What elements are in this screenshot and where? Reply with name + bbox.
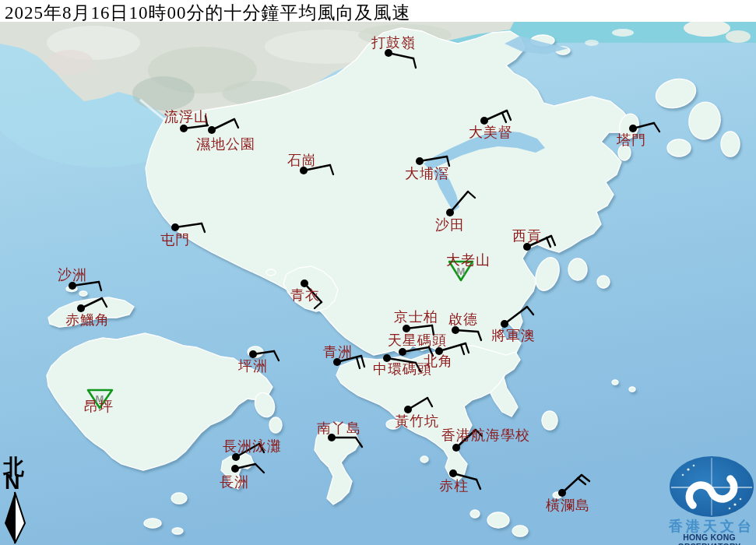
wind-barb — [171, 223, 205, 232]
station-dot — [208, 126, 216, 134]
station-label: 京士柏 — [394, 310, 438, 325]
station-label: 大老山 — [446, 253, 491, 268]
station-dot — [171, 223, 179, 231]
wind-barb — [416, 156, 449, 166]
station-dot — [232, 453, 240, 461]
station-label: 沙洲 — [58, 268, 87, 283]
station-dot — [249, 350, 257, 358]
station-label: 天星碼頭 — [388, 333, 447, 348]
station-dot — [399, 348, 406, 356]
station-dot — [480, 117, 488, 125]
wind-barb-layer: MM — [0, 0, 756, 545]
station-dot — [403, 325, 410, 332]
station-dot — [523, 243, 531, 251]
station-label: 屯門 — [160, 233, 190, 248]
wind-barb — [231, 464, 264, 473]
station-dot — [231, 465, 239, 473]
station-dot — [416, 157, 424, 165]
wind-barb — [69, 282, 101, 290]
station-label: 石崗 — [287, 153, 317, 168]
wind-barb — [446, 192, 475, 216]
wind-barb — [208, 119, 238, 134]
station-dot — [452, 444, 460, 452]
station-label: 長洲泳灘 — [223, 439, 282, 454]
station-label: 青衣 — [290, 288, 320, 303]
station-label: 赤柱 — [439, 479, 469, 494]
station-label: 南丫島 — [317, 421, 361, 436]
station-dot — [558, 489, 566, 497]
wind-barb — [77, 298, 107, 312]
compass-north-en: N — [5, 470, 20, 494]
station-dot — [629, 125, 637, 132]
station-label: 沙田 — [435, 218, 465, 233]
wind-barb — [501, 307, 533, 328]
station-label: 大埔滘 — [405, 167, 449, 181]
wind-barb — [385, 49, 416, 68]
station-dot — [301, 280, 308, 287]
station-label: 黃竹坑 — [395, 414, 439, 429]
station-dot — [446, 209, 454, 216]
station-label: 啟德 — [448, 312, 478, 327]
hko-name-en: HONG KONG OBSERVATORY — [651, 533, 756, 545]
station-label: 青洲 — [323, 345, 353, 360]
station-label: 濕地公園 — [196, 137, 255, 152]
wind-map-screen: MM 打鼓嶺流浮山濕地公園大美督塔門石崗大埔滘沙田屯門西貢大老山沙洲青衣赤鱲角京… — [0, 0, 756, 545]
station-label: 將軍澳 — [491, 329, 536, 343]
station-label: 昂坪 — [84, 399, 114, 414]
station-label: 中環碼頭 — [373, 362, 432, 377]
map-title: 2025年8月16日10時00分的十分鐘平均風向及風速 — [5, 1, 411, 25]
station-dot — [404, 406, 412, 413]
wind-barb — [452, 326, 481, 340]
station-dot — [449, 469, 457, 477]
station-dot — [77, 304, 85, 312]
station-label: 橫瀾島 — [546, 498, 590, 513]
station-label: 長洲 — [220, 475, 249, 490]
wind-barb — [480, 111, 511, 125]
wind-barb — [629, 123, 659, 132]
station-dot — [452, 326, 459, 334]
station-dot — [501, 320, 508, 328]
station-label: 坪洲 — [238, 359, 268, 374]
station-label: 赤鱲角 — [65, 313, 110, 328]
station-label: 香港航海學校 — [441, 428, 530, 443]
station-label: 打鼓嶺 — [371, 36, 416, 51]
wind-barb — [404, 398, 432, 413]
wind-barb — [558, 475, 589, 497]
station-dot — [69, 282, 76, 290]
station-label: 西貢 — [512, 229, 542, 244]
station-label: 流浮山 — [164, 110, 209, 125]
station-dot — [180, 125, 188, 132]
station-label: 大美督 — [469, 125, 513, 140]
station-label: 塔門 — [617, 133, 646, 148]
